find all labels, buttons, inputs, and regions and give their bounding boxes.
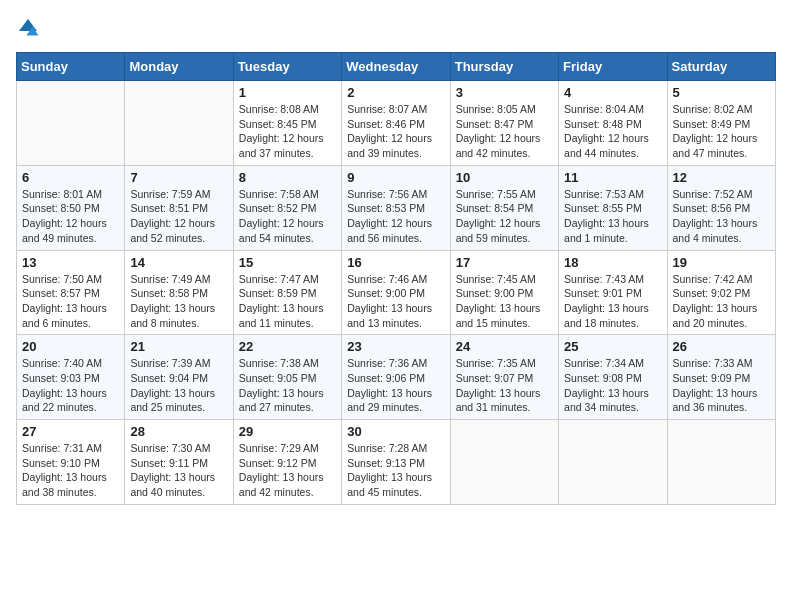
day-number: 14	[130, 255, 227, 270]
day-number: 28	[130, 424, 227, 439]
day-number: 3	[456, 85, 553, 100]
calendar-cell: 24Sunrise: 7:35 AM Sunset: 9:07 PM Dayli…	[450, 335, 558, 420]
day-number: 6	[22, 170, 119, 185]
day-detail: Sunrise: 8:05 AM Sunset: 8:47 PM Dayligh…	[456, 102, 553, 161]
calendar-week-row: 13Sunrise: 7:50 AM Sunset: 8:57 PM Dayli…	[17, 250, 776, 335]
day-detail: Sunrise: 7:34 AM Sunset: 9:08 PM Dayligh…	[564, 356, 661, 415]
calendar-table: SundayMondayTuesdayWednesdayThursdayFrid…	[16, 52, 776, 505]
calendar-header-monday: Monday	[125, 53, 233, 81]
day-number: 17	[456, 255, 553, 270]
calendar-cell	[450, 420, 558, 505]
day-number: 16	[347, 255, 444, 270]
calendar-cell: 30Sunrise: 7:28 AM Sunset: 9:13 PM Dayli…	[342, 420, 450, 505]
day-detail: Sunrise: 7:49 AM Sunset: 8:58 PM Dayligh…	[130, 272, 227, 331]
day-detail: Sunrise: 7:59 AM Sunset: 8:51 PM Dayligh…	[130, 187, 227, 246]
calendar-header-tuesday: Tuesday	[233, 53, 341, 81]
day-detail: Sunrise: 7:52 AM Sunset: 8:56 PM Dayligh…	[673, 187, 770, 246]
day-detail: Sunrise: 7:38 AM Sunset: 9:05 PM Dayligh…	[239, 356, 336, 415]
calendar-cell	[125, 81, 233, 166]
calendar-cell	[559, 420, 667, 505]
calendar-cell: 3Sunrise: 8:05 AM Sunset: 8:47 PM Daylig…	[450, 81, 558, 166]
day-detail: Sunrise: 7:50 AM Sunset: 8:57 PM Dayligh…	[22, 272, 119, 331]
day-detail: Sunrise: 7:55 AM Sunset: 8:54 PM Dayligh…	[456, 187, 553, 246]
day-number: 11	[564, 170, 661, 185]
day-number: 8	[239, 170, 336, 185]
day-detail: Sunrise: 7:46 AM Sunset: 9:00 PM Dayligh…	[347, 272, 444, 331]
day-number: 27	[22, 424, 119, 439]
calendar-cell: 28Sunrise: 7:30 AM Sunset: 9:11 PM Dayli…	[125, 420, 233, 505]
day-detail: Sunrise: 8:08 AM Sunset: 8:45 PM Dayligh…	[239, 102, 336, 161]
calendar-cell: 8Sunrise: 7:58 AM Sunset: 8:52 PM Daylig…	[233, 165, 341, 250]
day-number: 30	[347, 424, 444, 439]
calendar-cell: 23Sunrise: 7:36 AM Sunset: 9:06 PM Dayli…	[342, 335, 450, 420]
calendar-cell: 19Sunrise: 7:42 AM Sunset: 9:02 PM Dayli…	[667, 250, 775, 335]
day-number: 7	[130, 170, 227, 185]
day-number: 21	[130, 339, 227, 354]
calendar-cell: 27Sunrise: 7:31 AM Sunset: 9:10 PM Dayli…	[17, 420, 125, 505]
calendar-cell: 17Sunrise: 7:45 AM Sunset: 9:00 PM Dayli…	[450, 250, 558, 335]
day-number: 25	[564, 339, 661, 354]
day-number: 26	[673, 339, 770, 354]
calendar-cell: 25Sunrise: 7:34 AM Sunset: 9:08 PM Dayli…	[559, 335, 667, 420]
day-number: 24	[456, 339, 553, 354]
logo	[16, 16, 44, 40]
calendar-cell: 21Sunrise: 7:39 AM Sunset: 9:04 PM Dayli…	[125, 335, 233, 420]
calendar-cell: 20Sunrise: 7:40 AM Sunset: 9:03 PM Dayli…	[17, 335, 125, 420]
calendar-cell: 22Sunrise: 7:38 AM Sunset: 9:05 PM Dayli…	[233, 335, 341, 420]
calendar-cell: 18Sunrise: 7:43 AM Sunset: 9:01 PM Dayli…	[559, 250, 667, 335]
day-detail: Sunrise: 7:29 AM Sunset: 9:12 PM Dayligh…	[239, 441, 336, 500]
day-detail: Sunrise: 7:28 AM Sunset: 9:13 PM Dayligh…	[347, 441, 444, 500]
calendar-cell: 4Sunrise: 8:04 AM Sunset: 8:48 PM Daylig…	[559, 81, 667, 166]
day-number: 9	[347, 170, 444, 185]
day-detail: Sunrise: 7:30 AM Sunset: 9:11 PM Dayligh…	[130, 441, 227, 500]
calendar-cell: 11Sunrise: 7:53 AM Sunset: 8:55 PM Dayli…	[559, 165, 667, 250]
calendar-cell: 15Sunrise: 7:47 AM Sunset: 8:59 PM Dayli…	[233, 250, 341, 335]
day-number: 12	[673, 170, 770, 185]
day-number: 18	[564, 255, 661, 270]
calendar-header-sunday: Sunday	[17, 53, 125, 81]
calendar-cell: 2Sunrise: 8:07 AM Sunset: 8:46 PM Daylig…	[342, 81, 450, 166]
day-number: 10	[456, 170, 553, 185]
calendar-cell	[17, 81, 125, 166]
calendar-cell: 10Sunrise: 7:55 AM Sunset: 8:54 PM Dayli…	[450, 165, 558, 250]
calendar-week-row: 6Sunrise: 8:01 AM Sunset: 8:50 PM Daylig…	[17, 165, 776, 250]
calendar-cell: 13Sunrise: 7:50 AM Sunset: 8:57 PM Dayli…	[17, 250, 125, 335]
calendar-cell: 16Sunrise: 7:46 AM Sunset: 9:00 PM Dayli…	[342, 250, 450, 335]
day-number: 4	[564, 85, 661, 100]
day-detail: Sunrise: 8:01 AM Sunset: 8:50 PM Dayligh…	[22, 187, 119, 246]
day-detail: Sunrise: 7:33 AM Sunset: 9:09 PM Dayligh…	[673, 356, 770, 415]
day-detail: Sunrise: 7:53 AM Sunset: 8:55 PM Dayligh…	[564, 187, 661, 246]
day-number: 13	[22, 255, 119, 270]
day-number: 2	[347, 85, 444, 100]
calendar-cell	[667, 420, 775, 505]
calendar-header-friday: Friday	[559, 53, 667, 81]
day-number: 20	[22, 339, 119, 354]
calendar-cell: 7Sunrise: 7:59 AM Sunset: 8:51 PM Daylig…	[125, 165, 233, 250]
day-detail: Sunrise: 7:35 AM Sunset: 9:07 PM Dayligh…	[456, 356, 553, 415]
calendar-header-saturday: Saturday	[667, 53, 775, 81]
calendar-week-row: 27Sunrise: 7:31 AM Sunset: 9:10 PM Dayli…	[17, 420, 776, 505]
day-detail: Sunrise: 7:36 AM Sunset: 9:06 PM Dayligh…	[347, 356, 444, 415]
day-number: 29	[239, 424, 336, 439]
calendar-cell: 12Sunrise: 7:52 AM Sunset: 8:56 PM Dayli…	[667, 165, 775, 250]
day-detail: Sunrise: 7:56 AM Sunset: 8:53 PM Dayligh…	[347, 187, 444, 246]
day-number: 15	[239, 255, 336, 270]
calendar-week-row: 1Sunrise: 8:08 AM Sunset: 8:45 PM Daylig…	[17, 81, 776, 166]
calendar-cell: 29Sunrise: 7:29 AM Sunset: 9:12 PM Dayli…	[233, 420, 341, 505]
day-detail: Sunrise: 7:31 AM Sunset: 9:10 PM Dayligh…	[22, 441, 119, 500]
calendar-cell: 1Sunrise: 8:08 AM Sunset: 8:45 PM Daylig…	[233, 81, 341, 166]
day-number: 19	[673, 255, 770, 270]
day-number: 22	[239, 339, 336, 354]
day-detail: Sunrise: 7:58 AM Sunset: 8:52 PM Dayligh…	[239, 187, 336, 246]
calendar-header-wednesday: Wednesday	[342, 53, 450, 81]
day-detail: Sunrise: 8:07 AM Sunset: 8:46 PM Dayligh…	[347, 102, 444, 161]
day-number: 1	[239, 85, 336, 100]
day-number: 5	[673, 85, 770, 100]
logo-icon	[16, 16, 40, 40]
day-detail: Sunrise: 8:02 AM Sunset: 8:49 PM Dayligh…	[673, 102, 770, 161]
calendar-header-thursday: Thursday	[450, 53, 558, 81]
calendar-cell: 26Sunrise: 7:33 AM Sunset: 9:09 PM Dayli…	[667, 335, 775, 420]
calendar-week-row: 20Sunrise: 7:40 AM Sunset: 9:03 PM Dayli…	[17, 335, 776, 420]
day-detail: Sunrise: 8:04 AM Sunset: 8:48 PM Dayligh…	[564, 102, 661, 161]
day-detail: Sunrise: 7:47 AM Sunset: 8:59 PM Dayligh…	[239, 272, 336, 331]
